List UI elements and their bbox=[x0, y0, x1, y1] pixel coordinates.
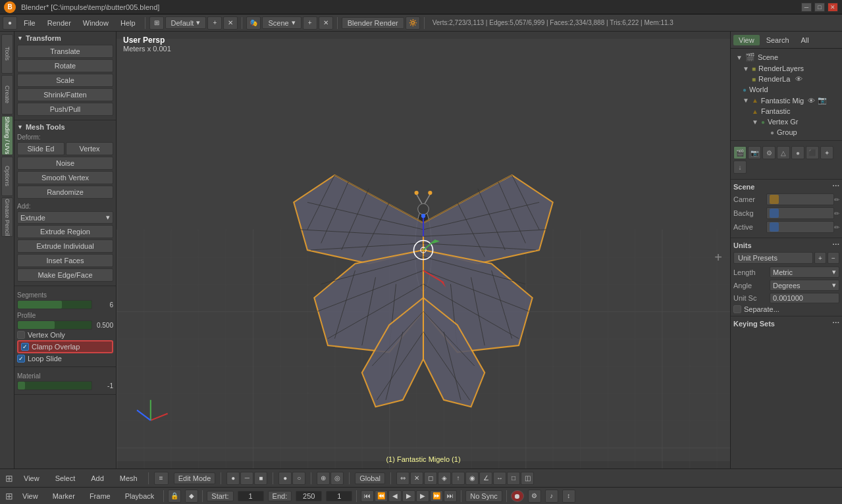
limit-select-icon[interactable]: ◈ bbox=[438, 472, 451, 485]
timeline-current-input[interactable] bbox=[326, 491, 352, 501]
prop-physics-icon[interactable]: ↓ bbox=[733, 161, 747, 174]
clamp-overlap-checkbox[interactable]: ✓ bbox=[21, 343, 29, 351]
extrude-individual-button[interactable]: Extrude Individual bbox=[17, 239, 113, 253]
smooth-vertex-button[interactable]: Smooth Vertex bbox=[17, 171, 113, 184]
prop-mesh-icon[interactable]: △ bbox=[777, 146, 790, 159]
camera-icon[interactable]: 📷 bbox=[818, 96, 827, 105]
timeline-playback-menu[interactable]: Playback bbox=[120, 491, 160, 501]
timeline-frame-menu[interactable]: Frame bbox=[84, 491, 116, 501]
layout-select[interactable]: Default ▾ bbox=[165, 16, 207, 29]
view-tab[interactable]: View bbox=[733, 35, 760, 45]
view-menu[interactable]: View bbox=[18, 473, 45, 484]
window-menu[interactable]: Window bbox=[78, 18, 114, 28]
inset-faces-button[interactable]: Inset Faces bbox=[17, 254, 113, 267]
face-select-icon[interactable]: ■ bbox=[254, 472, 267, 485]
edge-select-icon[interactable]: ─ bbox=[240, 472, 253, 485]
prop-material-icon[interactable]: ● bbox=[791, 146, 804, 159]
layout-remove[interactable]: ✕ bbox=[223, 16, 238, 30]
unit-presets-remove-icon[interactable]: − bbox=[828, 252, 839, 264]
search-tab[interactable]: Search bbox=[761, 35, 795, 45]
prop-texture-icon[interactable]: ⬛ bbox=[806, 146, 819, 159]
x-ray-icon[interactable]: ✕ bbox=[410, 472, 423, 485]
normal-icon[interactable]: ↑ bbox=[452, 472, 465, 485]
create-tab[interactable]: Create bbox=[1, 75, 13, 114]
world-tree-item[interactable]: ● World bbox=[733, 84, 839, 95]
camera-edit-icon[interactable]: ✏ bbox=[834, 196, 839, 203]
live-unwrap-icon[interactable]: ◉ bbox=[465, 472, 479, 485]
extrude-region-button[interactable]: Extrude Region bbox=[17, 225, 113, 238]
slide-edge-button[interactable]: Slide Ed bbox=[17, 142, 65, 155]
blender-menu-icon[interactable]: ● bbox=[3, 16, 17, 30]
help-menu[interactable]: Help bbox=[115, 18, 141, 28]
edge-len-icon[interactable]: ↔ bbox=[493, 472, 506, 485]
file-menu[interactable]: File bbox=[18, 18, 41, 28]
timeline-prev-frame-btn[interactable]: ◀ bbox=[388, 490, 402, 502]
mirror-icon[interactable]: ⇔ bbox=[396, 472, 409, 485]
fantastic-tree-item[interactable]: ▲ Fantastic bbox=[733, 106, 839, 116]
separate-checkbox[interactable] bbox=[733, 305, 741, 313]
layout-icon[interactable]: ⊞ bbox=[149, 16, 164, 30]
group-tree-item[interactable]: ● Group bbox=[733, 127, 839, 138]
scene-section-header[interactable]: Scene ⋯ bbox=[733, 182, 839, 191]
timeline-start-input[interactable] bbox=[238, 491, 264, 501]
timeline-audio-icon[interactable]: ♪ bbox=[545, 490, 558, 503]
timeline-settings-icon[interactable]: ⚙ bbox=[528, 490, 541, 503]
proportional-icon[interactable]: ◎ bbox=[330, 472, 344, 485]
shrink-fatten-button[interactable]: Shrink/Fatten bbox=[17, 88, 113, 101]
vertex-only-checkbox[interactable] bbox=[17, 331, 25, 339]
fantastic-mig-tree-item[interactable]: ▼ ▲ Fantastic Mig 👁 📷 bbox=[733, 95, 839, 106]
timeline-end-input[interactable] bbox=[296, 491, 322, 501]
timeline-record-button[interactable]: ⏺ bbox=[511, 490, 524, 502]
length-select[interactable]: Metric ▾ bbox=[770, 266, 839, 278]
add-menu[interactable]: Add bbox=[86, 473, 109, 484]
renderlayers-tree-item[interactable]: ▼ ■ RenderLayers bbox=[733, 63, 839, 74]
timeline-sync-select[interactable]: No Sync bbox=[465, 490, 502, 502]
loop-slide-row[interactable]: ✓ Loop Slide bbox=[17, 355, 113, 363]
face-area-icon[interactable]: □ bbox=[507, 472, 520, 485]
extrude-select[interactable]: Extrude ▾ bbox=[17, 211, 113, 224]
clamp-overlap-row[interactable]: ✓ Clamp Overlap bbox=[17, 340, 113, 353]
randomize-button[interactable]: Randomize bbox=[17, 186, 113, 199]
rotate-button[interactable]: Rotate bbox=[17, 59, 113, 72]
pivot-select[interactable]: Global bbox=[355, 472, 385, 484]
noise-button[interactable]: Noise bbox=[17, 157, 113, 170]
prop-particle-icon[interactable]: ✦ bbox=[820, 146, 833, 159]
timeline-first-btn[interactable]: ⏮ bbox=[361, 490, 374, 502]
timeline-sync-icon[interactable]: ↕ bbox=[562, 490, 575, 503]
select-menu[interactable]: Select bbox=[50, 473, 81, 484]
vertex-only-row[interactable]: Vertex Only bbox=[17, 331, 113, 339]
material-slider[interactable] bbox=[17, 381, 92, 390]
status-grid-icon[interactable]: ⊞ bbox=[5, 473, 13, 484]
tools-tab[interactable]: Tools bbox=[1, 34, 13, 74]
segments-slider[interactable] bbox=[17, 300, 92, 309]
unit-presets-button[interactable]: Unit Presets bbox=[733, 252, 813, 264]
active-value[interactable] bbox=[766, 221, 834, 233]
vertex-button[interactable]: Vertex bbox=[66, 142, 113, 155]
make-edge-face-button[interactable]: Make Edge/Face bbox=[17, 268, 113, 282]
background-value[interactable] bbox=[766, 207, 834, 219]
3d-viewport-canvas[interactable] bbox=[117, 32, 730, 468]
timeline-grid-icon[interactable]: ⊞ bbox=[5, 491, 13, 501]
timeline-play-btn[interactable]: ▶ bbox=[402, 490, 415, 502]
mesh-tools-header[interactable]: ▼ Mesh Tools bbox=[17, 123, 113, 131]
scene-add[interactable]: + bbox=[303, 16, 317, 30]
unit-scale-value[interactable]: 0.001000 bbox=[770, 293, 839, 303]
scale-button[interactable]: Scale bbox=[17, 74, 113, 87]
background-edit-icon[interactable]: ✏ bbox=[834, 210, 839, 217]
timeline-next-btn[interactable]: ⏩ bbox=[430, 490, 443, 502]
mode-icon[interactable]: ≡ bbox=[154, 472, 169, 485]
angle-select[interactable]: Degrees ▾ bbox=[770, 280, 839, 291]
mode-select[interactable]: Edit Mode bbox=[174, 472, 216, 484]
mesh-menu[interactable]: Mesh bbox=[115, 473, 143, 484]
timeline-marker-menu[interactable]: Marker bbox=[47, 491, 80, 501]
transform-header[interactable]: ▼ Transform bbox=[17, 34, 113, 42]
shading-tab[interactable]: Shading / UVs bbox=[1, 116, 13, 155]
layout-add[interactable]: + bbox=[207, 16, 222, 30]
vertex-select-icon[interactable]: ● bbox=[226, 472, 240, 485]
timeline-last-btn[interactable]: ⏭ bbox=[444, 490, 457, 502]
vertex-gr-tree-item[interactable]: ▼ ● Vertex Gr bbox=[733, 116, 839, 127]
eye-icon[interactable]: 👁 bbox=[808, 97, 815, 105]
loop-slide-checkbox[interactable]: ✓ bbox=[17, 355, 25, 363]
renderlayer-tree-item[interactable]: ■ RenderLa 👁 bbox=[733, 74, 839, 84]
mesh-analysis-icon[interactable]: ◫ bbox=[521, 472, 534, 485]
